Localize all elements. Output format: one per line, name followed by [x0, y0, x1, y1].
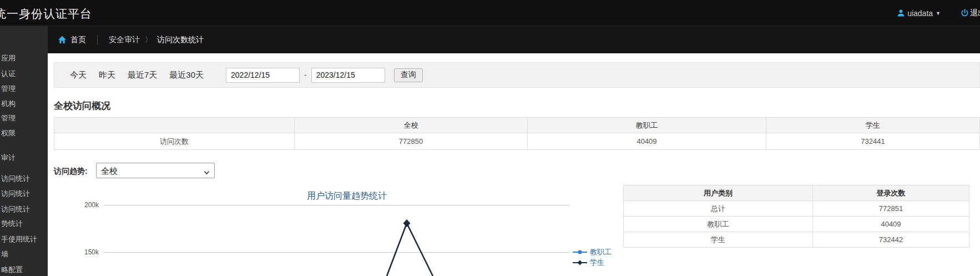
date-filter-bar: 今天 昨天 最近7天 最近30天 - 查询 — [54, 62, 980, 88]
login-header-category: 用户类别 — [624, 185, 813, 201]
login-table-row-total: 总计 772851 — [624, 201, 969, 217]
sidebar-item-11[interactable]: 手使用统计 — [1, 234, 37, 244]
login-count-table: 用户类别 登录次数 总计 772851 教职工 40409 学生 732442 — [623, 185, 969, 248]
overview-header-staff: 教职工 — [528, 118, 766, 133]
legend-item-staff[interactable]: 教职工 — [573, 247, 612, 257]
sidebar-item-6[interactable]: 审计 — [1, 153, 16, 163]
login-header-count: 登录次数 — [813, 185, 969, 201]
date-end-input[interactable] — [311, 68, 385, 83]
logout-button[interactable]: 退出 — [970, 8, 980, 18]
overview-header-school: 全校 — [295, 118, 528, 133]
chevron-down-icon[interactable]: ▼ — [936, 11, 941, 16]
home-icon[interactable] — [58, 36, 67, 44]
breadcrumb-section[interactable]: 安全审计 — [109, 35, 140, 45]
section-title-overview: 全校访问概况 — [54, 99, 110, 112]
breadcrumb-page: 访问次数统计 — [157, 35, 204, 45]
trend-label: 访问趋势: — [54, 167, 88, 177]
login-table-header-row: 用户类别 登录次数 — [624, 185, 969, 201]
date-start-input[interactable] — [226, 68, 300, 83]
sidebar-item-12[interactable]: 墙 — [1, 249, 8, 259]
breadcrumb-divider — [97, 35, 98, 45]
power-icon — [961, 9, 969, 17]
sidebar-item-3[interactable]: 机构 — [1, 99, 16, 109]
legend-marker-staff-icon — [573, 249, 587, 255]
login-table-row-student: 学生 732442 — [624, 232, 969, 248]
y-axis-tick-200k: 200k — [72, 201, 99, 209]
overview-table-data-row: 访问次数 772850 40409 732441 — [54, 133, 980, 150]
sidebar-item-8[interactable]: 访问统计 — [1, 189, 30, 199]
peak-data-point-marker — [403, 219, 411, 227]
sidebar-item-5[interactable]: 权限 — [1, 128, 16, 138]
overview-table: 全校 教职工 学生 访问次数 772850 40409 732441 — [54, 117, 980, 150]
sidebar-item-13[interactable]: 略配置 — [1, 265, 23, 275]
legend-marker-student-icon — [573, 260, 587, 265]
overview-table-header-row: 全校 教职工 学生 — [54, 118, 980, 133]
sidebar-item-10[interactable]: 势统计 — [1, 219, 23, 229]
y-axis-tick-150k: 150k — [72, 248, 99, 256]
trend-select-wrap: 全校 — [96, 163, 215, 178]
breadcrumb-home[interactable]: 首页 — [70, 35, 86, 45]
breadcrumb-separator: 〉 — [145, 35, 152, 45]
trend-line-chart — [103, 186, 569, 276]
quick-link-last7[interactable]: 最近7天 — [128, 70, 157, 81]
sidebar-nav: 应用 认证 管理 机构 管理 权限 审计 访问统计 访问统计 访问统计 势统计 … — [0, 26, 48, 276]
sidebar-item-9[interactable]: 访问统计 — [1, 204, 30, 214]
sidebar-item-7[interactable]: 访问统计 — [1, 174, 30, 184]
overview-value-staff: 40409 — [528, 133, 766, 150]
quick-link-last30[interactable]: 最近30天 — [169, 70, 204, 81]
sidebar-item-0[interactable]: 应用 — [1, 53, 16, 63]
app-title: 统一身份认证平台 — [0, 6, 92, 22]
query-button[interactable]: 查询 — [394, 68, 423, 82]
username-dropdown[interactable]: uiadata — [907, 9, 933, 18]
overview-header-empty — [54, 118, 295, 133]
sidebar-item-2[interactable]: 管理 — [1, 84, 16, 94]
chart-legend: 教职工 学生 — [573, 247, 612, 268]
trend-select[interactable]: 全校 — [96, 163, 215, 178]
user-menu-cluster: uiadata ▼ 退出 — [897, 0, 980, 26]
overview-value-student: 732441 — [766, 133, 980, 150]
quick-link-today[interactable]: 今天 — [70, 70, 87, 81]
top-header: 统一身份认证平台 uiadata ▼ 退出 — [0, 0, 980, 26]
user-icon — [897, 9, 905, 17]
breadcrumb: 首页 安全审计 〉 访问次数统计 — [48, 26, 980, 53]
overview-row-label: 访问次数 — [54, 133, 295, 150]
overview-value-school: 772850 — [295, 133, 528, 150]
app-root: 统一身份认证平台 uiadata ▼ 退出 首页 安全审计 〉 访问次数统计 应… — [0, 0, 980, 276]
student-series-line — [387, 223, 433, 276]
sidebar-item-4[interactable]: 管理 — [1, 113, 16, 123]
login-table-row-staff: 教职工 40409 — [624, 217, 969, 232]
overview-header-student: 学生 — [766, 118, 980, 133]
quick-link-yesterday[interactable]: 昨天 — [99, 70, 115, 81]
sidebar-item-1[interactable]: 认证 — [1, 69, 16, 79]
legend-item-student[interactable]: 学生 — [573, 257, 612, 268]
date-range-dash: - — [304, 71, 307, 79]
